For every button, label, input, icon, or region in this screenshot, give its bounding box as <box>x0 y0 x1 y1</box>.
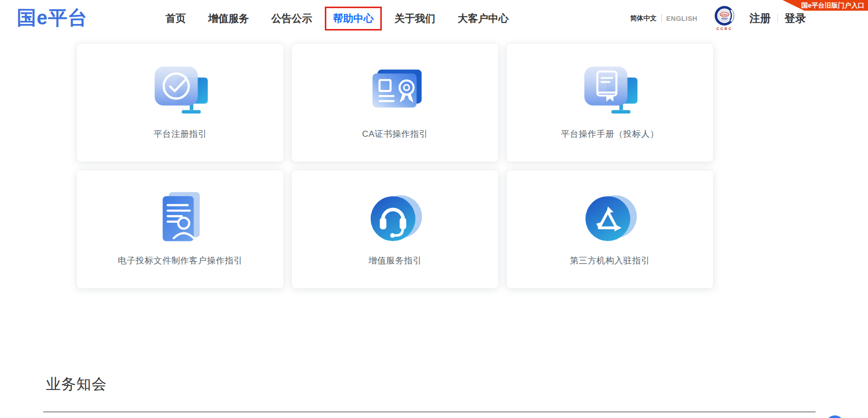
nav-item-value-added-services[interactable]: 增值服务 <box>207 7 250 31</box>
card-platform-manual-bidder[interactable]: 平台操作手册（投标人） <box>507 44 713 162</box>
card-label: CA证书操作指引 <box>362 128 428 140</box>
svg-text:CCRC: CCRC <box>716 26 733 31</box>
top-header: 国e平台 首页 增值服务 公告公示 帮助中心 关于我们 大客户中心 简体中文 E… <box>0 0 868 37</box>
register-button[interactable]: 注册 <box>749 11 771 25</box>
card-label: 平台操作手册（投标人） <box>561 128 659 140</box>
nav-item-home[interactable]: 首页 <box>164 7 187 31</box>
section-divider <box>43 411 816 412</box>
recycle-arrows-icon <box>579 190 641 247</box>
nav-item-key-accounts[interactable]: 大客户中心 <box>456 7 510 31</box>
document-user-icon <box>148 190 213 247</box>
nav-item-about-us[interactable]: 关于我们 <box>393 7 437 31</box>
lang-english[interactable]: ENGLISH <box>666 15 697 22</box>
section-title-business-notice: 业务知会 <box>46 374 107 395</box>
nav-item-help-center[interactable]: 帮助中心 <box>325 7 382 31</box>
lang-simplified-chinese[interactable]: 简体中文 <box>630 14 657 23</box>
main-nav: 首页 增值服务 公告公示 帮助中心 关于我们 大客户中心 <box>154 0 520 37</box>
card-ca-certificate-guide[interactable]: CA证书操作指引 <box>292 44 498 162</box>
manual-book-monitor-icon <box>577 63 642 120</box>
card-value-added-services-guide[interactable]: 增值服务指引 <box>292 170 498 288</box>
monitor-check-icon <box>148 63 213 120</box>
headset-icon <box>364 190 426 247</box>
card-platform-registration-guide[interactable]: 平台注册指引 <box>77 44 284 162</box>
header-right-group: 简体中文 ENGLISH EBS CCRC 注册 登录 <box>630 0 806 37</box>
card-label: 电子投标文件制作客户操作指引 <box>118 255 243 266</box>
card-label: 增值服务指引 <box>369 255 422 266</box>
svg-text:EBS: EBS <box>721 13 727 16</box>
certificate-award-icon <box>362 63 428 120</box>
divider <box>661 14 662 22</box>
nav-item-announcements[interactable]: 公告公示 <box>270 7 314 31</box>
divider <box>777 14 778 23</box>
card-ebid-document-guide[interactable]: 电子投标文件制作客户操作指引 <box>77 170 284 288</box>
site-logo[interactable]: 国e平台 <box>17 7 88 29</box>
floating-action-button[interactable] <box>826 415 844 418</box>
help-card-grid: 平台注册指引 <box>77 44 713 288</box>
ccrc-certification-badge-icon: EBS CCRC <box>712 4 737 33</box>
card-label: 第三方机构入驻指引 <box>570 255 650 266</box>
card-label: 平台注册指引 <box>154 128 207 140</box>
card-third-party-onboarding-guide[interactable]: 第三方机构入驻指引 <box>507 170 713 288</box>
login-button[interactable]: 登录 <box>785 11 806 25</box>
